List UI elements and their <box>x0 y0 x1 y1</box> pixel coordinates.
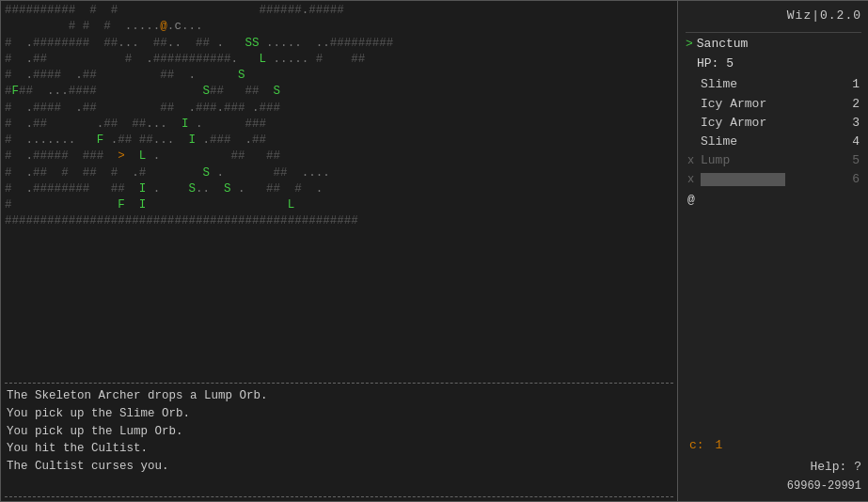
enemy-num: 5 <box>844 151 860 170</box>
enemy-name: Lump <box>701 151 844 170</box>
sidebar-title: Wiz|0.2.0 <box>686 7 861 26</box>
enemy-name: Icy Armor <box>701 114 844 133</box>
help-line: Help: ? <box>686 458 861 478</box>
enemy-x-mark: x <box>687 152 701 170</box>
log-line: The Cultist curses you. <box>7 458 671 476</box>
enemy-num: 1 <box>844 75 860 94</box>
sidebar: Wiz|0.2.0 > Sanctum HP: 5 Slime1 Icy Arm… <box>678 1 868 501</box>
enemy-x-mark: x <box>687 171 701 189</box>
c-label: c: <box>689 438 704 452</box>
location-name: Sanctum <box>697 35 749 55</box>
enemy-name: Icy Armor <box>701 95 844 114</box>
enemy-row: Icy Armor3 <box>686 114 861 133</box>
seed-line: 69969-29991 <box>686 478 861 495</box>
map-area: ########## # # ######.##### # # # .....@… <box>1 1 677 383</box>
player-row: @ <box>686 189 861 212</box>
enemy-row: Icy Armor2 <box>686 95 861 114</box>
enemy-num: 3 <box>844 114 860 133</box>
enemy-name: Slime <box>701 75 844 94</box>
enemy-row: xLump5 <box>686 151 861 170</box>
location-line: > Sanctum <box>686 35 861 55</box>
enemy-list: Slime1 Icy Armor2 Icy Armor3 Slime4xLump… <box>686 75 861 189</box>
game-area: ########## # # ######.##### # # # .....@… <box>1 1 678 501</box>
enemy-row: Slime4 <box>686 133 861 151</box>
app: ########## # # ######.##### # # # .....@… <box>0 0 868 502</box>
enemy-name: Slime <box>701 133 844 151</box>
sidebar-spacer <box>686 212 861 436</box>
c-section: c: 1 <box>686 436 861 456</box>
location-arrow: > <box>686 35 693 55</box>
sidebar-divider-top <box>686 32 861 33</box>
enemy-name <box>701 170 844 189</box>
enemy-row: x6 <box>686 170 861 189</box>
log-line: You pick up the Lump Orb. <box>7 423 671 441</box>
log-line: You pick up the Slime Orb. <box>7 405 671 423</box>
enemy-row: Slime1 <box>686 75 861 94</box>
enemy-num: 6 <box>844 170 860 189</box>
hp-line: HP: 5 <box>686 55 861 74</box>
log-line: You hit the Cultist. <box>7 440 671 458</box>
sidebar-bottom: Help: ? 69969-29991 <box>686 456 861 495</box>
enemy-num: 4 <box>844 133 860 151</box>
log-area: The Skeleton Archer drops a Lump Orb.You… <box>1 384 677 496</box>
log-line: The Skeleton Archer drops a Lump Orb. <box>7 387 671 405</box>
c-value: 1 <box>715 438 722 452</box>
enemy-num: 2 <box>844 95 860 114</box>
enemy-dead-bar <box>701 173 785 186</box>
